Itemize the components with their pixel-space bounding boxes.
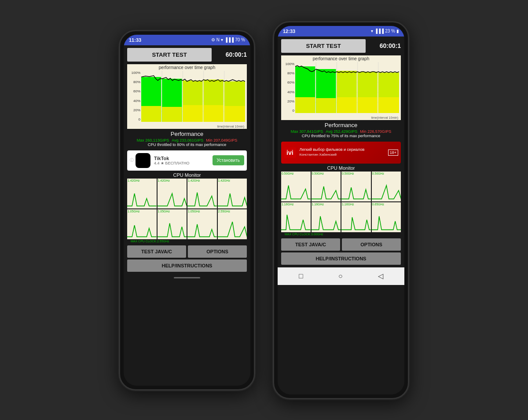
cpu-chart2-2 <box>312 172 341 201</box>
options-button-2[interactable]: OPTIONS <box>342 238 401 251</box>
phone-1-screen: 11:33 ⚙ N ▾ ▐▐▐ 70 % START TEST 60:00:1 … <box>124 35 250 386</box>
svg-rect-17 <box>224 106 245 122</box>
graph-y-labels-1: 100% 80% 60% 40% 20% 0 <box>129 71 141 122</box>
svg-rect-34 <box>358 97 378 113</box>
ad-name-1: TikTok <box>154 156 213 161</box>
ad-dismiss-icon[interactable]: ⓘ <box>130 157 134 163</box>
graph-area-1 <box>141 71 245 122</box>
perf-section-1: Performance Max 260,113GIPS Avg 233,061G… <box>124 129 250 149</box>
cpu-core-3: 1.42GHz <box>187 179 217 208</box>
phone-1: 11:33 ⚙ N ▾ ▐▐▐ 70 % START TEST 60:00:1 … <box>119 30 255 391</box>
ad-install-button-1[interactable]: Установить <box>213 155 245 165</box>
help-button-1[interactable]: HELP/INSTRUCTIONS <box>127 259 247 272</box>
ad-info-1: TikTok 4.4 ★ БЕСПЛАТНО <box>154 156 213 165</box>
test-java-button-2[interactable]: TEST JAVA/C <box>281 238 340 251</box>
svg-rect-15 <box>183 105 202 122</box>
perf-max-2: Max 307,841GIPS <box>291 129 323 134</box>
cpu-grid-2: 0.50GHz 0.50GHz 0.50GHz <box>281 172 401 232</box>
graph-area-2 <box>295 62 399 113</box>
perf-max-1: Max 260,113GIPS <box>137 138 169 142</box>
cpu-core-4: 1.42GHz <box>218 179 247 208</box>
time-2: 12:33 <box>283 29 295 34</box>
cpu-chart-4 <box>218 179 247 208</box>
cpu-chart2-7 <box>341 202 371 232</box>
wifi-icon-2: ▾ <box>371 29 373 33</box>
perf-title-2: Performance <box>280 122 402 128</box>
svg-rect-14 <box>162 107 182 122</box>
ivi-person: Константин Хабенский <box>300 153 386 157</box>
ad-banner-1: ⓘ ♪ TikTok 4.4 ★ БЕСПЛАТНО Установить <box>127 150 247 171</box>
cpu-chart-6 <box>158 209 187 239</box>
cpu-core-6: 1.05GHz <box>158 209 187 239</box>
help-button-2[interactable]: HELP/INSTRUCTIONS <box>281 252 401 265</box>
svg-rect-31 <box>295 97 315 113</box>
perf-stats-2: Max 307,841GIPS Avg 252,429GIPS Min 226,… <box>280 129 402 134</box>
top-bar-1: START TEST 60:00:1 <box>124 45 250 64</box>
phones-container: 11:33 ⚙ N ▾ ▐▐▐ 70 % START TEST 60:00:1 … <box>119 21 409 399</box>
cpu-core2-3: 0.50GHz <box>341 172 371 201</box>
tiktok-icon: ♪ <box>136 153 150 168</box>
cpu-monitor-title-2: CPU Monitor <box>281 165 401 171</box>
ad-banner-2: ivi Легкий выбор фильмов и сериалов Конс… <box>281 142 401 164</box>
cpu-core2-1: 0.50GHz <box>281 172 311 201</box>
status-icons-2: ▾ ▐▐▐ 23 % ▮ <box>371 29 399 33</box>
ivi-ad: ivi Легкий выбор фильмов и сериалов Конс… <box>281 142 401 164</box>
gear-icon: ⚙ <box>211 37 215 42</box>
cpu-chart2-5 <box>281 202 311 232</box>
nfc-icon: N <box>216 37 220 42</box>
status-bar-2: 12:33 ▾ ▐▐▐ 23 % ▮ <box>278 26 404 37</box>
cpu-chart2-3 <box>341 172 371 201</box>
cpu-monitor-title-1: CPU Monitor <box>127 172 247 178</box>
bottom-buttons-1: TEST JAVA/C OPTIONS <box>124 243 250 259</box>
ivi-logo: ivi <box>284 147 296 158</box>
svg-rect-13 <box>141 106 161 122</box>
options-button-1[interactable]: OPTIONS <box>188 245 247 258</box>
graph-section-2: performance over time graph 100% 80% 60%… <box>281 55 401 120</box>
cpu-grid-1: 1.42GHz 1.42GHz 1.42GHz <box>127 179 247 239</box>
timer-1: 60:00:1 <box>216 51 247 58</box>
top-bar-2: START TEST 60:00:1 <box>278 37 404 55</box>
test-java-button-1[interactable]: TEST JAVA/C <box>127 245 186 258</box>
graph-title-2: performance over time graph <box>283 56 399 61</box>
graph-time-label-2: time(interval 10min) <box>371 116 398 119</box>
cpu-core2-6: 1.16GHz <box>312 202 341 232</box>
performance-chart-2 <box>295 62 399 113</box>
ad-rating-1: 4.4 ★ БЕСПЛАТНО <box>154 161 213 165</box>
cpu-core2-2: 0.50GHz <box>312 172 341 201</box>
graph-container-1: 100% 80% 60% 40% 20% 0 <box>129 71 245 128</box>
start-test-button-1[interactable]: START TEST <box>127 48 212 62</box>
cpu-core2-7: 1.16GHz <box>341 202 371 232</box>
age-restriction: 18+ <box>388 150 398 156</box>
perf-avg-1: Avg 233,061GIPS <box>172 138 203 142</box>
perf-throttle-1: CPU throttled to 80% of its max performa… <box>126 142 248 147</box>
cpu-monitor-1: CPU Monitor 1.42GHz 1.42GHz <box>124 172 250 243</box>
cpu-core-2: 1.42GHz <box>158 179 187 208</box>
cpu-chart2-8 <box>372 202 401 232</box>
cpu-core-5: 1.05GHz <box>127 209 157 239</box>
svg-rect-35 <box>378 97 399 113</box>
nav-recent-icon[interactable]: □ <box>299 272 303 280</box>
phone-2: 12:33 ▾ ▐▐▐ 23 % ▮ START TEST 60:00:1 pe… <box>273 21 409 399</box>
bottom-buttons-2: TEST JAVA/C OPTIONS <box>278 236 404 252</box>
cpu-core2-4: 0.50GHz <box>372 172 401 201</box>
cpu-max-label-1: MAX CPU CLOCK:2.55GHz <box>127 240 247 243</box>
perf-stats-1: Max 260,113GIPS Avg 233,061GIPS Min 207,… <box>126 138 248 142</box>
start-test-button-2[interactable]: START TEST <box>281 39 366 53</box>
signal-icon-2: ▐▐▐ <box>374 29 384 33</box>
power-button-1[interactable] <box>254 119 255 137</box>
cpu-chart2-4 <box>372 172 401 201</box>
cpu-core2-8: 0.65GHz <box>372 202 401 232</box>
nav-back-icon[interactable]: ◁ <box>378 272 383 280</box>
ivi-tagline: Легкий выбор фильмов и сериалов <box>300 147 386 153</box>
graph-y-labels-2: 100% 80% 60% 40% 20% 0 <box>283 62 295 113</box>
perf-min-2: Min 226,570GIPS <box>360 129 391 134</box>
cpu-core-7: 1.05GHz <box>187 209 217 239</box>
phone-2-screen: 12:33 ▾ ▐▐▐ 23 % ▮ START TEST 60:00:1 pe… <box>278 26 404 394</box>
perf-avg-2: Avg 252,429GIPS <box>326 129 357 134</box>
home-indicator-1 <box>124 274 250 281</box>
cpu-chart-8 <box>218 209 247 239</box>
power-button-2[interactable] <box>408 110 409 128</box>
nav-home-icon[interactable]: ○ <box>338 272 343 280</box>
cpu-monitor-2: CPU Monitor 0.50GHz 0.50GHz <box>278 165 404 236</box>
perf-title-1: Performance <box>126 131 248 137</box>
